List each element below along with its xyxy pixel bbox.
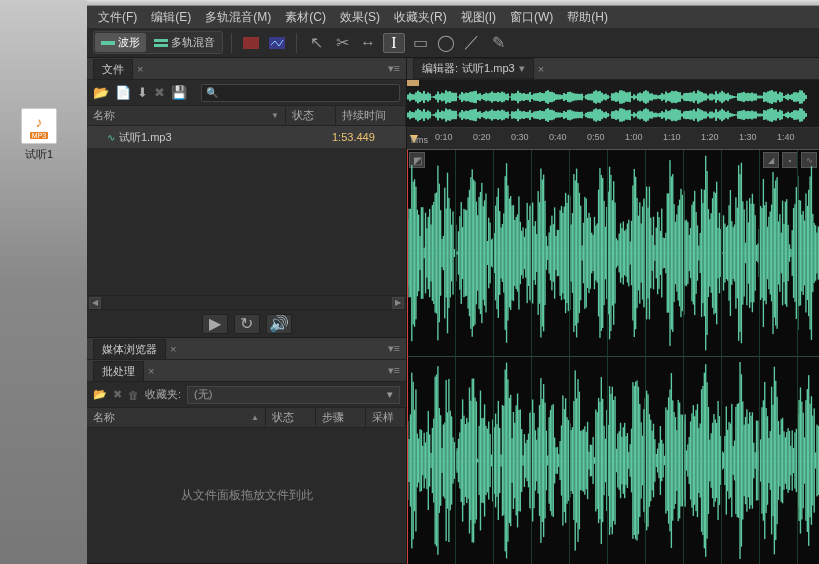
svg-rect-36 <box>437 110 439 121</box>
lasso-tool-button[interactable]: ◯ <box>435 33 457 53</box>
autoplay-button[interactable]: 🔊 <box>266 314 292 334</box>
svg-rect-351 <box>753 93 755 100</box>
menu-multitrack[interactable]: 多轨混音(M) <box>198 9 278 26</box>
svg-rect-16 <box>417 109 419 122</box>
close-icon[interactable]: × <box>538 63 544 75</box>
col-name[interactable]: 名称▼ <box>87 106 286 125</box>
open-file-icon[interactable]: 📂 <box>93 85 109 100</box>
svg-rect-562 <box>623 221 624 284</box>
svg-rect-461 <box>484 200 485 305</box>
loop-button[interactable]: ↻ <box>234 314 260 334</box>
svg-rect-90 <box>491 109 493 120</box>
editor-header[interactable]: 编辑器: 试听1.mp3 ▾ × <box>407 58 819 80</box>
svg-rect-366 <box>767 109 769 120</box>
spectral-pitch-button[interactable] <box>266 33 288 53</box>
menu-clip[interactable]: 素材(C) <box>278 9 333 26</box>
play-button[interactable]: ▶ <box>202 314 228 334</box>
files-tab[interactable]: 文件 <box>93 59 133 79</box>
favorite-dropdown[interactable]: (无) ▾ <box>187 386 400 404</box>
panel-menu-icon[interactable]: ▾≡ <box>388 62 400 75</box>
svg-rect-556 <box>614 203 615 304</box>
col-status[interactable]: 状态 <box>286 106 336 125</box>
svg-rect-113 <box>515 93 517 101</box>
playhead-line[interactable] <box>407 150 408 564</box>
razor-tool-button[interactable]: ✂ <box>331 33 353 53</box>
batch-drop-zone[interactable]: 从文件面板拖放文件到此 <box>87 428 406 563</box>
col-duration[interactable]: 持续时间 <box>336 106 406 125</box>
svg-rect-901 <box>676 430 677 491</box>
heal-tool-button[interactable]: ✎ <box>487 33 509 53</box>
svg-rect-123 <box>525 94 527 100</box>
menu-window[interactable]: 窗口(W) <box>503 9 560 26</box>
batch-toolbar: 📂 ✖ 🗑 收藏夹: (无) ▾ <box>87 382 406 408</box>
waveform-left <box>407 150 819 356</box>
svg-rect-65 <box>467 93 469 101</box>
col-status[interactable]: 状态 <box>266 408 316 427</box>
svg-rect-498 <box>535 221 536 285</box>
close-icon[interactable]: × <box>137 63 143 75</box>
svg-rect-386 <box>787 112 789 119</box>
chevron-down-icon[interactable]: ▾ <box>519 62 525 75</box>
svg-rect-690 <box>798 200 799 306</box>
editor-tab[interactable]: 编辑器: 试听1.mp3 ▾ <box>413 58 534 79</box>
svg-rect-718 <box>425 442 426 478</box>
file-row[interactable]: ∿ 试听1.mp3 1:53.449 <box>87 126 406 148</box>
close-icon[interactable]: × <box>148 365 154 377</box>
time-ruler[interactable]: ▼ hms 0:100:200:300:400:501:001:101:201:… <box>407 128 819 150</box>
import-icon[interactable]: ⬇ <box>137 85 148 100</box>
svg-rect-292 <box>693 109 695 121</box>
slip-tool-button[interactable]: ↔ <box>357 33 379 53</box>
save-icon[interactable]: 💾 <box>171 85 187 100</box>
svg-rect-252 <box>653 113 655 118</box>
menu-favorites[interactable]: 收藏夹(R) <box>387 9 454 26</box>
col-step[interactable]: 步骤 <box>316 408 366 427</box>
marquee-tool-button[interactable]: ▭ <box>409 33 431 53</box>
svg-rect-303 <box>705 94 707 101</box>
svg-rect-840 <box>592 437 593 484</box>
files-scroll-horizontal[interactable]: ◀ ▶ <box>87 295 406 309</box>
media-browser-header[interactable]: 媒体浏览器 × ▾≡ <box>87 338 406 360</box>
svg-rect-275 <box>677 92 679 103</box>
move-tool-button[interactable]: ↖ <box>305 33 327 53</box>
waveform-mode-button[interactable]: 波形 <box>95 33 146 52</box>
clear-icon[interactable]: 🗑 <box>128 389 139 401</box>
files-search-input[interactable]: 🔍 <box>201 84 400 102</box>
svg-rect-432 <box>444 188 445 319</box>
menu-edit[interactable]: 编辑(E) <box>144 9 198 26</box>
close-file-icon[interactable]: ✖ <box>154 85 165 100</box>
multitrack-mode-button[interactable]: 多轨混音 <box>148 33 221 52</box>
waveform-overview[interactable] <box>407 80 819 128</box>
svg-rect-361 <box>763 92 765 102</box>
scroll-left-icon[interactable]: ◀ <box>89 297 101 309</box>
svg-rect-108 <box>509 114 511 115</box>
svg-rect-756 <box>477 459 478 463</box>
brush-tool-button[interactable]: ／ <box>461 33 483 53</box>
files-panel-header[interactable]: 文件 × ▾≡ <box>87 58 406 80</box>
batch-panel-header[interactable]: 批处理 × ▾≡ <box>87 360 406 382</box>
add-folder-icon[interactable]: 📂 <box>93 388 107 401</box>
menu-help[interactable]: 帮助(H) <box>560 9 615 26</box>
panel-menu-icon[interactable]: ▾≡ <box>388 364 400 377</box>
svg-rect-214 <box>615 110 617 120</box>
remove-icon[interactable]: ✖ <box>113 388 122 401</box>
close-icon[interactable]: × <box>170 343 176 355</box>
media-browser-tab[interactable]: 媒体浏览器 <box>93 339 166 359</box>
svg-rect-697 <box>808 190 809 316</box>
col-sample[interactable]: 采样 <box>366 408 406 427</box>
music-note-icon: ♪ <box>36 114 43 130</box>
svg-rect-780 <box>510 395 511 526</box>
spectral-display-flag-button[interactable] <box>240 33 262 53</box>
panel-menu-icon[interactable]: ▾≡ <box>388 342 400 355</box>
time-selection-tool-button[interactable]: I <box>383 33 405 53</box>
menu-effects[interactable]: 效果(S) <box>333 9 387 26</box>
new-file-icon[interactable]: 📄 <box>115 85 131 100</box>
menu-view[interactable]: 视图(I) <box>454 9 503 26</box>
scroll-right-icon[interactable]: ▶ <box>392 297 404 309</box>
col-name[interactable]: 名称▲ <box>87 408 266 427</box>
waveform-display[interactable]: ◩ ◢ • ∿ <box>407 150 819 564</box>
svg-rect-476 <box>505 176 506 330</box>
batch-tab[interactable]: 批处理 <box>93 361 144 381</box>
svg-rect-700 <box>812 214 813 292</box>
desktop-file-mp3[interactable]: ♪ MP3 试听1 <box>14 108 64 162</box>
menu-file[interactable]: 文件(F) <box>91 9 144 26</box>
